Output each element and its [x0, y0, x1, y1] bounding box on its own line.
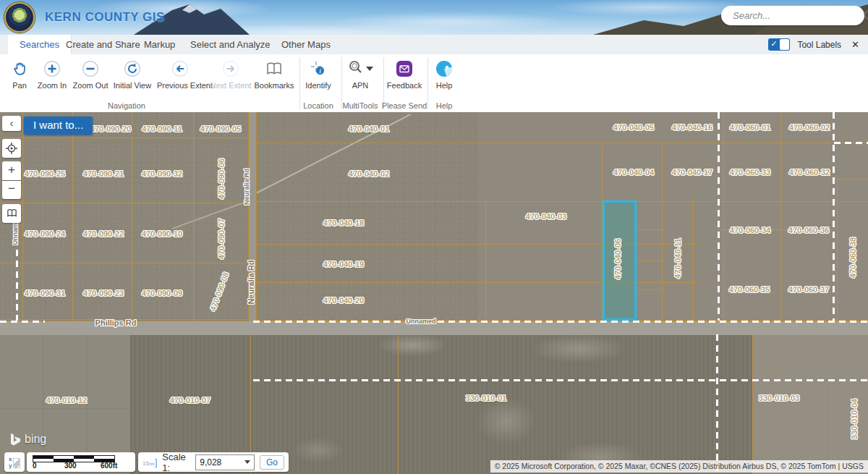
parcel-label: 470-040-01 — [349, 124, 389, 133]
collapse-panel-button[interactable]: ‹ — [2, 116, 21, 131]
parcel-label: 470-040-02 — [349, 169, 389, 178]
scale-tick: 0 — [33, 462, 37, 470]
bookmarks-button[interactable]: Bookmarks — [251, 59, 297, 90]
parcel-label: 470-010-07 — [170, 396, 210, 405]
multitools-group: MultiTools — [337, 54, 383, 112]
scale-select[interactable]: 9,028 — [195, 454, 255, 470]
parcel-label: 330-010-03 — [759, 394, 799, 402]
parcel-label: 470-040-05 — [613, 123, 654, 132]
parcel-label: 470-090-23 — [83, 289, 124, 297]
map-attribution: © 2025 Microsoft Corporation, © 2025 Max… — [490, 460, 868, 473]
search-box — [721, 6, 864, 25]
parcel-label: 470-090-11 — [142, 124, 182, 133]
parcel-label: 470-060-34 — [730, 226, 770, 234]
xy-coordinates-icon: x y — [8, 455, 21, 469]
scale-label: Scale 1: — [162, 452, 190, 473]
locate-icon — [6, 143, 17, 154]
scale-bar: 0 300 600ft — [27, 452, 135, 472]
i-want-to-button[interactable]: I want to... — [24, 117, 93, 135]
chevron-down-icon — [244, 460, 250, 464]
svg-text:y: y — [9, 462, 12, 469]
road-label: Neuralia Rd — [247, 260, 255, 304]
parcel-label: 470-010-12 — [46, 396, 87, 405]
search-icon[interactable] — [863, 7, 868, 25]
parcel-label: 470-060-37 — [788, 285, 829, 294]
scale-input-icon: 15㎜] — [142, 457, 157, 467]
scale-tick: 600ft — [101, 462, 117, 470]
parcel-label: 470-060-36 — [788, 226, 829, 234]
parcel-label: 470-040-20 — [323, 296, 364, 305]
scale-widget: 15㎜] Scale 1: 9,028 Go — [138, 452, 289, 472]
kern-county-seal-logo — [4, 2, 35, 33]
parcel-label: 470-060-35 — [729, 285, 770, 294]
parcel-label: 470-090-25 — [25, 169, 65, 178]
map-zoom-out-button[interactable]: − — [2, 181, 21, 199]
parcel-label: 470-060-38 — [848, 237, 857, 278]
app-header: KERN COUNTY GIS — [0, 0, 868, 35]
tool-labels-toggle[interactable]: ✓ — [768, 38, 790, 51]
parcel-label: 470-060-01 — [730, 123, 770, 132]
map-zoom-in-button[interactable]: + — [2, 161, 21, 180]
kern-county-gis-app: KERN COUNTY GIS Searches Create and Shar… — [0, 0, 868, 474]
parcel-label: 470-040-03 — [526, 212, 566, 221]
location-group: Location — [295, 54, 341, 112]
toggle-check-icon: ✓ — [770, 39, 777, 48]
book-icon — [6, 208, 18, 219]
go-button[interactable]: Go — [260, 455, 284, 470]
parcel-label: 470-040-16 — [672, 123, 712, 132]
parcel-label: 470-090-09 — [142, 289, 182, 297]
parcel-label: 470-060-02 — [789, 123, 830, 132]
parcel-label: 470-060-32 — [789, 168, 830, 177]
close-icon[interactable]: ✕ — [848, 39, 862, 50]
ribbon-tab-bar: Searches Create and Share Markup Select … — [0, 35, 868, 55]
help-group: Help — [421, 54, 467, 112]
app-title: KERN COUNTY GIS — [45, 10, 165, 25]
toolbar-ribbon: Pan Zoom In Zoom Out Initial View Previo… — [0, 54, 868, 113]
map-bookmarks-button[interactable] — [2, 204, 21, 223]
parcel-label: 470-090-06 — [217, 158, 226, 199]
map-canvas[interactable]: 470-090-20470-090-11470-090-05470-040-01… — [0, 112, 868, 474]
road-label: Neuralia Rd — [243, 169, 250, 205]
parcel-label: 470-040-04 — [613, 168, 654, 177]
xy-coordinates-button[interactable]: x y — [4, 452, 25, 472]
parcel-label: 470-090-21 — [83, 169, 124, 178]
parcel-label: 470-090-20 — [90, 124, 131, 133]
parcel-label: 470-090-24 — [25, 229, 65, 238]
navigation-group: Navigation — [0, 54, 253, 112]
parcel-label: 470-090-32 — [142, 169, 182, 178]
parcel-label: 470-040-06 — [613, 239, 622, 279]
parcel-label: 470-040-19 — [323, 260, 364, 268]
my-location-button[interactable] — [2, 139, 21, 158]
bing-icon — [10, 433, 20, 446]
search-input[interactable] — [731, 9, 863, 22]
tab-other-maps[interactable]: Other Maps — [270, 35, 342, 54]
parcel-label: 470-040-17 — [672, 168, 712, 177]
svg-text:x: x — [9, 456, 12, 462]
scale-tick: 300 — [64, 462, 77, 470]
bing-logo: bing — [10, 433, 46, 446]
parcel-label: 470-090-07 — [217, 219, 226, 259]
road-label: Unnamed — [406, 318, 435, 325]
parcel-label: 470-090-31 — [25, 289, 65, 297]
parcel-label: 470-040-18 — [323, 219, 364, 227]
parcel-label: 330-010-01 — [466, 394, 506, 402]
parcel-label: 330-010-04 — [850, 399, 859, 439]
parcel-label: 470-090-10 — [142, 229, 182, 238]
parcel-label: 470-090-22 — [83, 229, 124, 238]
scale-value: 9,028 — [200, 457, 221, 467]
toggle-knob — [780, 39, 789, 50]
parcel-label: 470-090-05 — [200, 124, 241, 133]
tool-labels-label: Tool Labels — [797, 40, 841, 50]
bookmarks-icon — [251, 59, 297, 79]
parcel-label: 470-040-11 — [673, 238, 682, 279]
tab-select-and-analyze[interactable]: Select and Analyze — [179, 35, 282, 54]
parcel-label: 470-060-33 — [730, 168, 770, 177]
road-label: Phillips Rd — [95, 318, 137, 327]
